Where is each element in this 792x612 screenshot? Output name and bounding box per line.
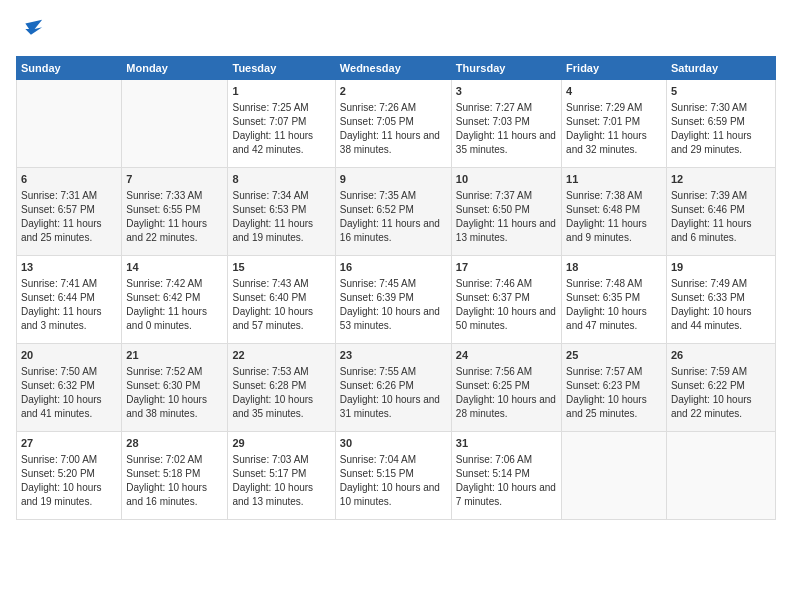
- day-info: Sunset: 6:50 PM: [456, 203, 557, 217]
- calendar-cell: 9Sunrise: 7:35 AMSunset: 6:52 PMDaylight…: [335, 168, 451, 256]
- calendar-cell: 20Sunrise: 7:50 AMSunset: 6:32 PMDayligh…: [17, 344, 122, 432]
- day-info: Sunset: 6:28 PM: [232, 379, 330, 393]
- day-number: 9: [340, 172, 447, 187]
- day-info: Sunrise: 7:06 AM: [456, 453, 557, 467]
- day-info: Daylight: 11 hours and 25 minutes.: [21, 217, 117, 245]
- day-info: Sunrise: 7:34 AM: [232, 189, 330, 203]
- logo: [16, 16, 48, 44]
- day-info: Sunset: 6:44 PM: [21, 291, 117, 305]
- calendar-cell: [122, 80, 228, 168]
- calendar-cell: 18Sunrise: 7:48 AMSunset: 6:35 PMDayligh…: [562, 256, 667, 344]
- calendar-cell: 14Sunrise: 7:42 AMSunset: 6:42 PMDayligh…: [122, 256, 228, 344]
- day-info: Sunset: 6:33 PM: [671, 291, 771, 305]
- calendar-table: SundayMondayTuesdayWednesdayThursdayFrid…: [16, 56, 776, 520]
- day-of-week-header: Tuesday: [228, 57, 335, 80]
- day-info: Daylight: 11 hours and 22 minutes.: [126, 217, 223, 245]
- day-info: Sunrise: 7:56 AM: [456, 365, 557, 379]
- day-info: Daylight: 10 hours and 19 minutes.: [21, 481, 117, 509]
- calendar-cell: 4Sunrise: 7:29 AMSunset: 7:01 PMDaylight…: [562, 80, 667, 168]
- day-info: Sunset: 6:57 PM: [21, 203, 117, 217]
- day-info: Daylight: 11 hours and 32 minutes.: [566, 129, 662, 157]
- day-number: 13: [21, 260, 117, 275]
- day-of-week-header: Monday: [122, 57, 228, 80]
- day-number: 11: [566, 172, 662, 187]
- day-info: Sunset: 6:22 PM: [671, 379, 771, 393]
- day-info: Daylight: 11 hours and 35 minutes.: [456, 129, 557, 157]
- logo-icon: [16, 16, 44, 44]
- day-info: Sunset: 5:15 PM: [340, 467, 447, 481]
- calendar-cell: 10Sunrise: 7:37 AMSunset: 6:50 PMDayligh…: [451, 168, 561, 256]
- day-info: Sunset: 6:46 PM: [671, 203, 771, 217]
- day-info: Daylight: 11 hours and 9 minutes.: [566, 217, 662, 245]
- calendar-cell: [666, 432, 775, 520]
- day-info: Daylight: 10 hours and 16 minutes.: [126, 481, 223, 509]
- calendar-week-row: 27Sunrise: 7:00 AMSunset: 5:20 PMDayligh…: [17, 432, 776, 520]
- calendar-cell: 15Sunrise: 7:43 AMSunset: 6:40 PMDayligh…: [228, 256, 335, 344]
- day-info: Sunset: 6:40 PM: [232, 291, 330, 305]
- day-info: Sunrise: 7:46 AM: [456, 277, 557, 291]
- day-info: Daylight: 10 hours and 41 minutes.: [21, 393, 117, 421]
- day-info: Daylight: 10 hours and 25 minutes.: [566, 393, 662, 421]
- day-info: Daylight: 10 hours and 28 minutes.: [456, 393, 557, 421]
- calendar-cell: 7Sunrise: 7:33 AMSunset: 6:55 PMDaylight…: [122, 168, 228, 256]
- day-info: Sunrise: 7:33 AM: [126, 189, 223, 203]
- day-info: Sunset: 6:52 PM: [340, 203, 447, 217]
- day-number: 29: [232, 436, 330, 451]
- day-info: Sunset: 6:30 PM: [126, 379, 223, 393]
- calendar-cell: 8Sunrise: 7:34 AMSunset: 6:53 PMDaylight…: [228, 168, 335, 256]
- day-info: Daylight: 10 hours and 50 minutes.: [456, 305, 557, 333]
- day-info: Daylight: 10 hours and 38 minutes.: [126, 393, 223, 421]
- day-info: Sunrise: 7:55 AM: [340, 365, 447, 379]
- calendar-cell: 12Sunrise: 7:39 AMSunset: 6:46 PMDayligh…: [666, 168, 775, 256]
- calendar-cell: 16Sunrise: 7:45 AMSunset: 6:39 PMDayligh…: [335, 256, 451, 344]
- calendar-cell: 19Sunrise: 7:49 AMSunset: 6:33 PMDayligh…: [666, 256, 775, 344]
- day-info: Sunset: 6:37 PM: [456, 291, 557, 305]
- day-number: 10: [456, 172, 557, 187]
- day-of-week-header: Friday: [562, 57, 667, 80]
- day-info: Daylight: 11 hours and 6 minutes.: [671, 217, 771, 245]
- day-info: Daylight: 10 hours and 53 minutes.: [340, 305, 447, 333]
- day-info: Daylight: 10 hours and 57 minutes.: [232, 305, 330, 333]
- day-number: 1: [232, 84, 330, 99]
- calendar-cell: 2Sunrise: 7:26 AMSunset: 7:05 PMDaylight…: [335, 80, 451, 168]
- day-info: Daylight: 10 hours and 44 minutes.: [671, 305, 771, 333]
- calendar-cell: 23Sunrise: 7:55 AMSunset: 6:26 PMDayligh…: [335, 344, 451, 432]
- day-info: Daylight: 10 hours and 10 minutes.: [340, 481, 447, 509]
- day-number: 26: [671, 348, 771, 363]
- day-info: Sunset: 6:59 PM: [671, 115, 771, 129]
- day-info: Daylight: 11 hours and 0 minutes.: [126, 305, 223, 333]
- calendar-cell: 24Sunrise: 7:56 AMSunset: 6:25 PMDayligh…: [451, 344, 561, 432]
- calendar-week-row: 6Sunrise: 7:31 AMSunset: 6:57 PMDaylight…: [17, 168, 776, 256]
- day-info: Sunset: 5:17 PM: [232, 467, 330, 481]
- day-info: Sunrise: 7:57 AM: [566, 365, 662, 379]
- day-info: Sunset: 6:26 PM: [340, 379, 447, 393]
- day-info: Sunrise: 7:59 AM: [671, 365, 771, 379]
- day-number: 25: [566, 348, 662, 363]
- day-number: 15: [232, 260, 330, 275]
- day-number: 5: [671, 84, 771, 99]
- day-info: Sunrise: 7:49 AM: [671, 277, 771, 291]
- day-info: Sunset: 6:23 PM: [566, 379, 662, 393]
- day-of-week-header: Wednesday: [335, 57, 451, 80]
- day-number: 2: [340, 84, 447, 99]
- day-of-week-header: Saturday: [666, 57, 775, 80]
- day-number: 21: [126, 348, 223, 363]
- day-info: Sunset: 7:03 PM: [456, 115, 557, 129]
- day-info: Sunrise: 7:29 AM: [566, 101, 662, 115]
- day-number: 17: [456, 260, 557, 275]
- calendar-cell: 6Sunrise: 7:31 AMSunset: 6:57 PMDaylight…: [17, 168, 122, 256]
- day-info: Daylight: 10 hours and 22 minutes.: [671, 393, 771, 421]
- day-info: Sunrise: 7:25 AM: [232, 101, 330, 115]
- day-info: Daylight: 10 hours and 13 minutes.: [232, 481, 330, 509]
- day-info: Sunrise: 7:03 AM: [232, 453, 330, 467]
- day-number: 12: [671, 172, 771, 187]
- calendar-cell: 22Sunrise: 7:53 AMSunset: 6:28 PMDayligh…: [228, 344, 335, 432]
- calendar-cell: [562, 432, 667, 520]
- calendar-week-row: 13Sunrise: 7:41 AMSunset: 6:44 PMDayligh…: [17, 256, 776, 344]
- day-info: Sunset: 6:25 PM: [456, 379, 557, 393]
- day-number: 4: [566, 84, 662, 99]
- day-info: Sunrise: 7:35 AM: [340, 189, 447, 203]
- day-number: 28: [126, 436, 223, 451]
- calendar-cell: 28Sunrise: 7:02 AMSunset: 5:18 PMDayligh…: [122, 432, 228, 520]
- svg-marker-0: [25, 20, 42, 35]
